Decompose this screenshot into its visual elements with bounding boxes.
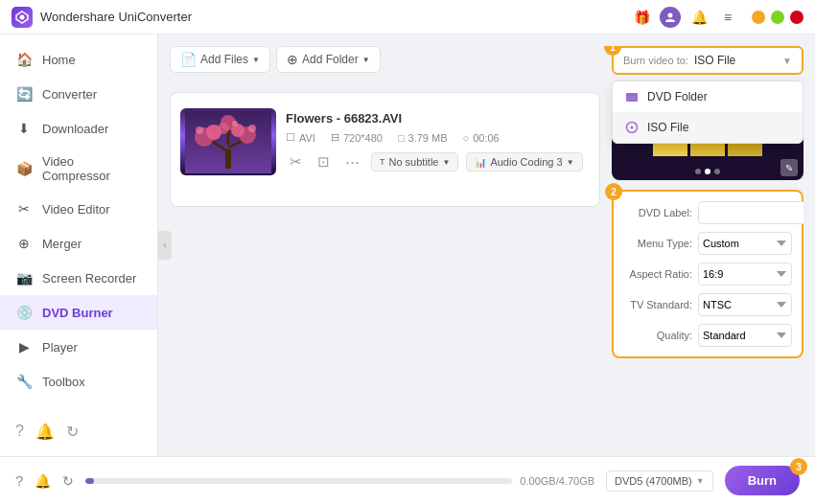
resolution-icon: ⊟ [331, 131, 339, 144]
sidebar-label-home: Home [42, 53, 76, 67]
help-icon[interactable]: ? [15, 423, 24, 441]
sidebar-label-dvd: DVD Burner [42, 306, 113, 320]
sidebar-item-player[interactable]: ▶ Player [0, 330, 157, 364]
file-name: Flowers - 66823.AVI [286, 111, 590, 126]
add-files-label: Add Files [200, 53, 248, 66]
gift-icon[interactable]: 🎁 [631, 7, 652, 28]
audio-caret: ▼ [567, 158, 574, 167]
preview-edit-button[interactable]: ✎ [780, 159, 798, 176]
sidebar-item-toolbox[interactable]: 🔧 Toolbox [0, 364, 157, 399]
svg-point-13 [218, 123, 229, 134]
subtitle-value: No subtitle [389, 156, 439, 168]
add-files-button[interactable]: 📄 Add Files ▼ [170, 46, 270, 73]
titlebar-actions: 🎁 🔔 ≡ − □ × [631, 7, 803, 28]
dvd-folder-label: DVD Folder [647, 90, 708, 103]
refresh-icon[interactable]: ↻ [62, 473, 74, 489]
subtitle-dropdown[interactable]: T No subtitle ▼ [371, 152, 458, 172]
sidebar-bottom: ? 🔔 ↻ [0, 415, 157, 448]
sidebar-label-recorder: Screen Recorder [42, 271, 136, 286]
titlebar: Wondershare UniConverter 🎁 🔔 ≡ − □ × [0, 0, 815, 34]
user-avatar[interactable] [660, 7, 681, 28]
sidebar-item-home[interactable]: 🏠 Home [0, 42, 157, 77]
menu-type-select[interactable]: Custom None [698, 232, 792, 255]
burn-to-label: Burn video to: [623, 55, 688, 66]
file-resolution: ⊟ 720*480 [331, 131, 383, 144]
dvd-label-input[interactable] [698, 201, 803, 224]
sync-icon[interactable]: ↻ [66, 423, 79, 441]
notification-icon[interactable]: 🔔 [35, 423, 55, 441]
sidebar-item-video-compressor[interactable]: 📦 Video Compressor [0, 146, 157, 192]
content-area: 📄 Add Files ▼ ⊕ Add Folder ▼ [158, 34, 815, 456]
dvd-size-select[interactable]: DVD5 (4700MB) ▼ [606, 470, 713, 492]
burn-to-container: 1 Burn video to: ISO File ▼ [612, 46, 803, 75]
quality-row: Quality: Standard High Low [623, 324, 792, 347]
aspect-ratio-select[interactable]: 16:9 4:3 [698, 263, 792, 286]
preview-dot-1 [695, 169, 701, 174]
svg-point-15 [248, 125, 256, 132]
crop-button[interactable]: ⊡ [314, 151, 334, 172]
quality-select[interactable]: Standard High Low [698, 324, 792, 347]
sidebar-toggle-button[interactable]: ‹ [158, 231, 172, 260]
sidebar-label-player: Player [42, 340, 78, 355]
iso-file-label: ISO File [647, 121, 688, 134]
effects-button[interactable]: ⋯ [341, 151, 363, 172]
close-button[interactable]: × [790, 11, 803, 24]
right-panel: 1 Burn video to: ISO File ▼ [612, 46, 803, 445]
audio-value: Audio Coding 3 [490, 156, 562, 168]
cut-button[interactable]: ✂ [286, 151, 306, 172]
dvd-label-label: DVD Label: [623, 207, 692, 218]
sidebar-item-downloader[interactable]: ⬇ Downloader [0, 111, 157, 146]
bottom-bar: ? 🔔 ↻ 0.00GB/4.70GB DVD5 (4700MB) ▼ Burn… [0, 456, 815, 504]
sidebar-item-converter[interactable]: 🔄 Converter [0, 77, 157, 111]
sidebar-item-video-editor[interactable]: ✂ Video Editor [0, 192, 157, 226]
dvd-label-row: DVD Label: [623, 201, 792, 224]
svg-point-14 [196, 126, 203, 134]
aspect-ratio-label: Aspect Ratio: [623, 268, 692, 280]
dvd-folder-icon [624, 89, 640, 104]
tv-standard-select[interactable]: NTSC PAL [698, 293, 792, 316]
add-folder-button[interactable]: ⊕ Add Folder ▼ [276, 46, 381, 73]
maximize-button[interactable]: □ [771, 11, 784, 24]
sidebar-item-dvd-burner[interactable]: 💿 DVD Burner [0, 295, 157, 330]
dropdown-item-dvd-folder[interactable]: DVD Folder [613, 81, 803, 112]
settings-badge: 2 [605, 183, 622, 200]
tv-standard-label: TV Standard: [623, 299, 692, 310]
notification-bell-icon[interactable]: 🔔 [35, 473, 51, 489]
app-title: Wondershare UniConverter [40, 10, 631, 24]
merger-icon: ⊕ [15, 235, 33, 252]
add-folder-caret: ▼ [362, 56, 370, 64]
editor-icon: ✂ [15, 200, 33, 218]
audio-dropdown[interactable]: 📊 Audio Coding 3 ▼ [466, 152, 582, 172]
svg-point-19 [631, 126, 634, 129]
thumbnail-inner [180, 108, 276, 175]
sidebar-item-screen-recorder[interactable]: 📷 Screen Recorder [0, 261, 157, 295]
preview-dot-2 [705, 169, 710, 174]
burn-to-value: ISO File [694, 54, 777, 67]
burn-button[interactable]: Burn 3 [725, 466, 800, 495]
burn-badge: 3 [790, 458, 807, 475]
dropdown-item-iso-file[interactable]: ISO File [613, 112, 803, 143]
burn-label: Burn [748, 473, 777, 488]
bell-icon[interactable]: 🔔 [688, 7, 710, 28]
sidebar-item-merger[interactable]: ⊕ Merger [0, 226, 157, 261]
size-icon: □ [398, 132, 405, 144]
toolbar: 📄 Add Files ▼ ⊕ Add Folder ▼ [170, 46, 600, 73]
menu-icon[interactable]: ≡ [717, 7, 738, 28]
dvd-settings-panel: 2 DVD Label: Menu Type: Custom None Aspe… [612, 190, 803, 358]
sidebar-label-editor: Video Editor [42, 202, 110, 217]
compressor-icon: 📦 [15, 160, 33, 177]
add-files-caret: ▼ [252, 56, 260, 64]
left-content: 📄 Add Files ▼ ⊕ Add Folder ▼ [170, 46, 600, 445]
svg-point-16 [232, 121, 238, 126]
question-icon[interactable]: ? [15, 472, 23, 489]
storage-bar-fill [85, 478, 94, 484]
file-meta: ☐ AVI ⊟ 720*480 □ 3.79 MB [286, 131, 590, 144]
audio-icon: 📊 [475, 157, 486, 168]
file-duration: ○ 00:06 [463, 132, 500, 144]
file-info: Flowers - 66823.AVI ☐ AVI ⊟ 720*480 [286, 111, 590, 172]
sidebar: 🏠 Home 🔄 Converter ⬇ Downloader 📦 Video … [0, 34, 158, 456]
minimize-button[interactable]: − [752, 11, 765, 24]
tv-standard-row: TV Standard: NTSC PAL [623, 293, 792, 316]
burn-to-select[interactable]: Burn video to: ISO File ▼ [612, 46, 803, 75]
subtitle-label: T [380, 157, 385, 167]
